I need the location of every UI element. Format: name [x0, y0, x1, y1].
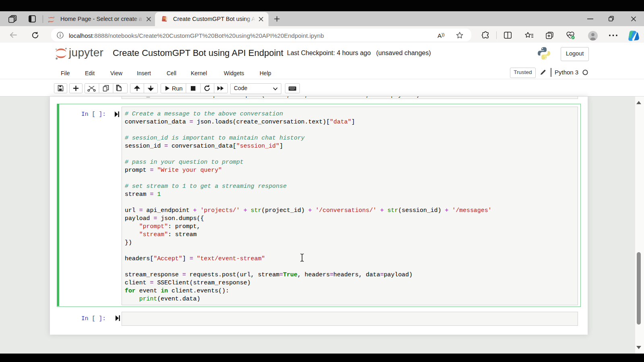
svg-text:Run: Run: [172, 85, 183, 92]
